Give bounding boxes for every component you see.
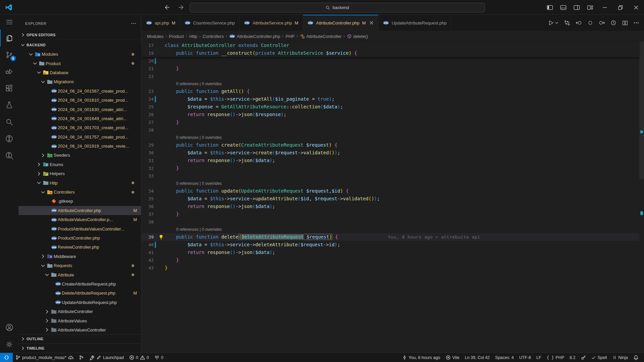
close-icon[interactable] — [369, 20, 374, 25]
breadcrumb-item[interactable]: Product — [169, 34, 184, 39]
breadcrumb-item[interactable]: Controllers — [203, 34, 224, 39]
tree-item[interactable]: AttributeValues — [18, 316, 141, 325]
codelens[interactable]: 0 references | 0 overrides — [142, 134, 639, 141]
code-line[interactable]: 36 return response()->json($data); — [142, 203, 639, 210]
previous-change[interactable] — [576, 19, 582, 26]
tree-item[interactable]: Modules — [18, 50, 141, 59]
status-cursor-position[interactable]: Ln 39, Col 42 — [462, 353, 492, 362]
tree-item[interactable]: phpCreateAttributeRequest.php — [18, 279, 141, 289]
status-vite-item[interactable]: Vite — [443, 353, 462, 362]
code-line[interactable]: 28 — [142, 126, 639, 134]
nav-back-icon[interactable] — [162, 3, 172, 12]
tree-item[interactable]: phpProductAttributeValuesController... — [18, 224, 141, 233]
tree-item[interactable]: .gitkeep — [18, 197, 141, 206]
tree-item[interactable]: Middleware — [18, 252, 141, 261]
code-line[interactable]: 33 — [142, 172, 639, 180]
tree-item[interactable]: Helpers — [18, 169, 141, 178]
toggle-panel-icon[interactable] — [556, 0, 570, 15]
tree-item[interactable]: Controllers — [18, 188, 141, 197]
tab-CountriesService.php[interactable]: phpCountriesService.php — [180, 15, 240, 31]
tree-item[interactable]: php2024_06_24_001610_create_prod... — [18, 96, 141, 105]
tree-item[interactable]: php2024_06_24_001630_create_attri... — [18, 105, 141, 114]
tree-item[interactable]: AttributeController — [18, 307, 141, 316]
code-line[interactable]: 31 return response()->json($data); — [142, 157, 639, 164]
activity-source-control[interactable]: 5 — [0, 46, 18, 63]
tab-UpdateAttributeRequest.php[interactable]: phpUpdateAttributeRequest.php — [379, 15, 451, 31]
activity-accounts[interactable] — [0, 319, 18, 336]
tree-item[interactable]: AttributeValuesController — [18, 325, 141, 334]
breadcrumb-item[interactable]: phpAttributeController.php — [229, 34, 280, 39]
close-window-button[interactable] — [628, 0, 644, 15]
status-encoding[interactable]: UTF-8 — [516, 353, 534, 362]
editor-scrollbar[interactable] — [639, 42, 644, 353]
breadcrumb-item[interactable]: Http — [189, 34, 197, 39]
activity-gitlens-inspect[interactable] — [0, 147, 18, 164]
status-language-mode[interactable]: { }PHP — [544, 353, 567, 362]
run-code-button[interactable] — [548, 19, 559, 26]
code-line[interactable]: 25 $response = GetAllAttributeResource::… — [142, 103, 639, 111]
code-line[interactable]: 32 } — [142, 164, 639, 172]
nav-forward-icon[interactable] — [177, 3, 187, 12]
code-line[interactable]: 29 public function create(CreateAttribut… — [142, 141, 639, 149]
status-notifications[interactable] — [631, 353, 641, 362]
breadcrumb-item[interactable]: AttributeController — [300, 34, 342, 39]
file-history[interactable] — [610, 19, 617, 26]
tree-item[interactable]: phpProductController.php — [18, 234, 141, 243]
tree-item[interactable]: phpAttributeValuesController.p...M — [18, 215, 141, 224]
code-line[interactable]: 24 $data = $this->service->getAll($is_pa… — [142, 95, 639, 103]
tab-AttributeService.php[interactable]: phpAttributeService.phpM — [240, 15, 303, 31]
tree-item[interactable]: Product — [18, 59, 141, 68]
code-line[interactable]: 30 $data = $this->service->create($reque… — [142, 149, 639, 157]
code-line[interactable]: 19 public function __construct(private A… — [142, 49, 639, 57]
status-indentation[interactable]: Spaces: 4 — [492, 353, 516, 362]
breadcrumb-item[interactable]: delete() — [347, 34, 368, 39]
activity-gitlens[interactable] — [0, 130, 18, 147]
status-blame-item[interactable]: You, 8 hours ago — [399, 353, 443, 362]
codelens[interactable]: 0 references | 0 overrides — [142, 80, 639, 88]
breadcrumb[interactable]: Modules›Product›Http›Controllers›phpAttr… — [142, 31, 644, 42]
gitlens-annotate[interactable] — [587, 20, 593, 26]
code-line[interactable]: 21 } — [142, 65, 639, 72]
code-line[interactable]: 26 return response()->json($response); — [142, 111, 639, 118]
codelens[interactable]: 0 references | 0 overrides — [142, 180, 639, 187]
code-line[interactable]: 17class AttributeController extends Cont… — [142, 42, 639, 49]
status-git-graph-item[interactable] — [76, 353, 87, 362]
status-key-item[interactable] — [578, 353, 589, 362]
code-line[interactable]: 43} — [142, 264, 639, 272]
status-eol[interactable]: LF — [534, 353, 544, 362]
status-broadcast-item[interactable]: 0 — [152, 353, 166, 362]
tree-item[interactable]: Database — [18, 68, 141, 77]
activity-testing[interactable] — [0, 97, 18, 113]
toggle-secondary-sidebar-icon[interactable] — [570, 0, 583, 15]
timeline-section[interactable]: TIMELINE — [18, 344, 141, 353]
breadcrumb-item[interactable]: Modules — [147, 34, 163, 39]
activity-menu[interactable] — [0, 15, 18, 30]
codelens[interactable]: 0 references | 0 overrides — [142, 226, 639, 233]
tree-item[interactable]: Http — [18, 178, 141, 187]
code-line[interactable]: 27 } — [142, 118, 639, 126]
code-line[interactable]: 38 — [142, 218, 639, 226]
tab-AttributeController.php[interactable]: phpAttributeController.phpM — [303, 15, 379, 31]
breadcrumb-item[interactable]: PHP — [286, 34, 295, 39]
tree-item[interactable]: Migrations — [18, 77, 141, 86]
code-line[interactable]: 40 $data = $this->service->deleteAttribu… — [142, 241, 639, 249]
tree-item[interactable]: php2024_06_24_001757_create_prod... — [18, 133, 141, 142]
status-spell-item[interactable]: Spell — [589, 353, 610, 362]
tab-api.php[interactable]: phpapi.phpM — [142, 15, 180, 31]
tree-item[interactable]: php2024_06_24_001649_create_attri... — [18, 114, 141, 123]
tree-item[interactable]: Enums — [18, 160, 141, 169]
outline-section[interactable]: OUTLINE — [18, 334, 141, 343]
status-remote-indicator[interactable] — [0, 353, 13, 362]
explorer-more-actions-icon[interactable] — [131, 21, 136, 26]
tree-item[interactable]: Attribute — [18, 270, 141, 279]
code-line[interactable]: 20 — [142, 57, 639, 65]
code-line[interactable]: 35 $data = $this->service->updateAttribu… — [142, 195, 639, 203]
toggle-sidebar-icon[interactable] — [543, 0, 556, 15]
code-line[interactable]: 37 } — [142, 210, 639, 218]
code-line[interactable]: 22 — [142, 72, 639, 80]
git-compare[interactable] — [564, 19, 571, 26]
more-actions[interactable] — [633, 20, 639, 26]
activity-extensions[interactable] — [0, 80, 18, 97]
code-line[interactable]: 34 public function update(UpdateAttribut… — [142, 187, 639, 195]
minimize-button[interactable] — [597, 0, 612, 15]
